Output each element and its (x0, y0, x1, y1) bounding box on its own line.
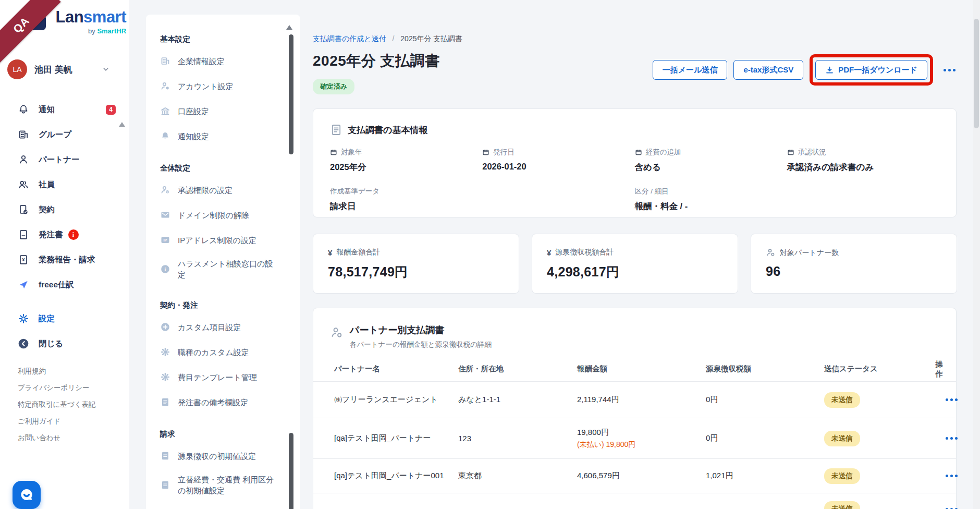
user-menu[interactable]: LA 池田 美帆 (7, 57, 122, 81)
chevron-down-icon[interactable] (101, 65, 111, 74)
partner-icon (766, 248, 776, 258)
app-window: Lansmart by SmartHR LA 池田 美帆 通知 4 グループ (0, 0, 980, 509)
settings-section-basic: 基本設定 (160, 34, 279, 44)
table-row: [qa]テスト田岡_パートナー 123 19,800円(未払い) 19,800円… (313, 418, 956, 459)
more-menu-button[interactable] (942, 69, 957, 71)
settings-item-bank-account[interactable]: 口座設定 (160, 99, 279, 124)
sidebar-item-collapse[interactable]: 閉じる (0, 331, 129, 356)
nav-scroll-up-indicator[interactable] (119, 122, 125, 127)
sidebar-item-label: 設定 (39, 313, 55, 324)
settings-item-expense-template[interactable]: 費目テンプレート管理 (160, 365, 279, 390)
col-amount: 報酬金額 (577, 364, 706, 374)
sidebar-item-label: 閉じる (39, 338, 63, 349)
document-icon (160, 480, 170, 490)
svg-text:¥: ¥ (22, 257, 25, 262)
stat-value: 96 (766, 264, 942, 279)
settings-item-ip-restriction[interactable]: IP IPアドレス制限の設定 (160, 227, 279, 252)
link-commercial-transactions[interactable]: 特定商取引に基づく表記 (18, 396, 95, 413)
avatar: LA (7, 59, 27, 79)
field-approval-status: 承認状況 承認済みの請求書のみ (787, 148, 939, 173)
table-header-row: パートナー名 住所・所在地 報酬金額 源泉徴収税額 送信ステータス 操作 (313, 357, 956, 382)
send-status-pill: 未送信 (824, 501, 860, 509)
settings-item-job-custom[interactable]: 職種のカスタム設定 (160, 340, 279, 365)
sidebar-item-reports-billing[interactable]: ¥ 業務報告・請求 (0, 247, 129, 272)
header-actions: 一括メール送信 e-tax形式CSV PDF一括ダウンロード (653, 54, 957, 86)
unpaid-amount: (未払い) 19,800円 (577, 440, 706, 450)
building-icon (160, 56, 170, 66)
link-terms[interactable]: 利用規約 (18, 363, 95, 380)
col-partner-name: パートナー名 (334, 364, 458, 374)
bell-icon (18, 104, 29, 115)
document-icon (18, 229, 29, 240)
page-title: 2025年分 支払調書 (313, 51, 440, 71)
document-yen-icon: ¥ (18, 254, 29, 265)
breadcrumb-link[interactable]: 支払調書の作成と送付 (313, 34, 386, 43)
sidebar-item-label: 発注書 (39, 229, 63, 240)
sidebar-item-partners[interactable]: パートナー (0, 147, 129, 172)
info-icon: i (160, 264, 170, 274)
settings-item-po-remarks[interactable]: 発注書の備考欄設定 (160, 390, 279, 415)
settings-item-consumption-tax-auto[interactable]: 消費税の自動判定機能 (160, 502, 279, 509)
settings-item-custom-fields[interactable]: カスタム項目設定 (160, 314, 279, 340)
row-actions-button[interactable] (945, 475, 959, 477)
calendar-icon (330, 149, 337, 156)
sidebar-item-notifications[interactable]: 通知 4 (0, 97, 129, 122)
pdf-bulk-download-button[interactable]: PDF一括ダウンロード (815, 60, 927, 80)
field-issue-date: 発行日 2026-01-20 (482, 148, 634, 173)
settings-scroll-up-arrow[interactable] (286, 25, 292, 30)
sidebar-item-purchase-orders[interactable]: 発注書 i (0, 222, 129, 247)
etax-csv-button[interactable]: e-tax形式CSV (733, 60, 803, 80)
stat-card-total-compensation: ¥報酬金額合計 78,517,749円 (313, 234, 519, 294)
chat-launcher-button[interactable] (13, 481, 41, 509)
sidebar-item-settings[interactable]: 設定 (0, 306, 129, 331)
sidebar-item-groups[interactable]: グループ (0, 122, 129, 147)
settings-item-withholding-defaults[interactable]: 源泉徴収の初期値設定 (160, 443, 279, 468)
settings-section-global: 全体設定 (160, 163, 279, 173)
send-status-pill: 未送信 (824, 468, 860, 484)
settings-item-domain-restriction[interactable]: ドメイン制限の解除 (160, 202, 279, 227)
row-actions-button[interactable] (945, 437, 959, 440)
link-privacy-policy[interactable]: プライバシーポリシー (18, 380, 95, 396)
page-scrollbar-thumb[interactable] (974, 19, 979, 128)
svg-text:i: i (165, 266, 166, 272)
send-status-pill: 未送信 (824, 431, 860, 446)
settings-item-expense-usage-defaults[interactable]: 立替経費・交通費 利用区分の初期値設定 (160, 468, 279, 502)
yen-icon: ¥ (547, 248, 551, 257)
person-icon (18, 154, 29, 165)
settings-section-contract-order: 契約・発注 (160, 300, 279, 310)
svg-text:IP: IP (163, 238, 167, 243)
field-expense-inclusion: 経費の追加 含める (635, 148, 787, 173)
settings-item-account[interactable]: アカウント設定 (160, 74, 279, 99)
link-user-guide[interactable]: ご利用ガイド (18, 413, 95, 430)
gear-icon (18, 313, 29, 324)
sidebar-item-contracts[interactable]: 契約 (0, 197, 129, 222)
alert-info-badge: i (68, 229, 79, 240)
sidebar-item-freee-journal[interactable]: freee仕訳 (0, 272, 129, 297)
bulk-mail-button[interactable]: 一括メール送信 (653, 60, 728, 80)
settings-item-notifications[interactable]: 通知設定 (160, 124, 279, 149)
settings-item-approval-rights[interactable]: 承認権限の設定 (160, 177, 279, 202)
breadcrumb-separator: / (393, 34, 395, 43)
stat-value: 78,517,749円 (328, 263, 504, 281)
breadcrumb: 支払調書の作成と送付 / 2025年分 支払調書 (313, 34, 462, 44)
info-card-title: 支払調書の基本情報 (348, 124, 427, 136)
plus-circle-icon (160, 322, 170, 332)
annotation-highlight-box: PDF一括ダウンロード (810, 54, 933, 86)
collapse-icon (18, 338, 29, 349)
settings-menu-panel: 基本設定 企業情報設定 アカウント設定 口座設定 通知設定 全体設定 承認権 (146, 15, 300, 509)
calendar-icon (635, 149, 642, 156)
settings-item-harassment-desk[interactable]: i ハラスメント相談窓口の設定 (160, 252, 279, 286)
settings-scrollbar-thumb-lower[interactable] (289, 433, 293, 509)
row-actions-button[interactable] (945, 398, 959, 401)
field-source-data: 作成基準データ 請求日 (330, 187, 482, 212)
notification-count-badge: 4 (106, 105, 116, 115)
settings-scrollbar-thumb[interactable] (289, 34, 293, 154)
link-contact[interactable]: お問い合わせ (18, 430, 95, 446)
sidebar-nav: 通知 4 グループ パートナー 社員 契約 発注書 i (0, 97, 129, 356)
sidebar: Lansmart by SmartHR LA 池田 美帆 通知 4 グループ (0, 0, 129, 509)
brand-byline: by SmartHR (55, 27, 126, 35)
sidebar-item-employees[interactable]: 社員 (0, 172, 129, 197)
col-withholding: 源泉徴収税額 (706, 364, 819, 374)
settings-item-company-info[interactable]: 企業情報設定 (160, 49, 279, 74)
document-icon (330, 124, 342, 136)
